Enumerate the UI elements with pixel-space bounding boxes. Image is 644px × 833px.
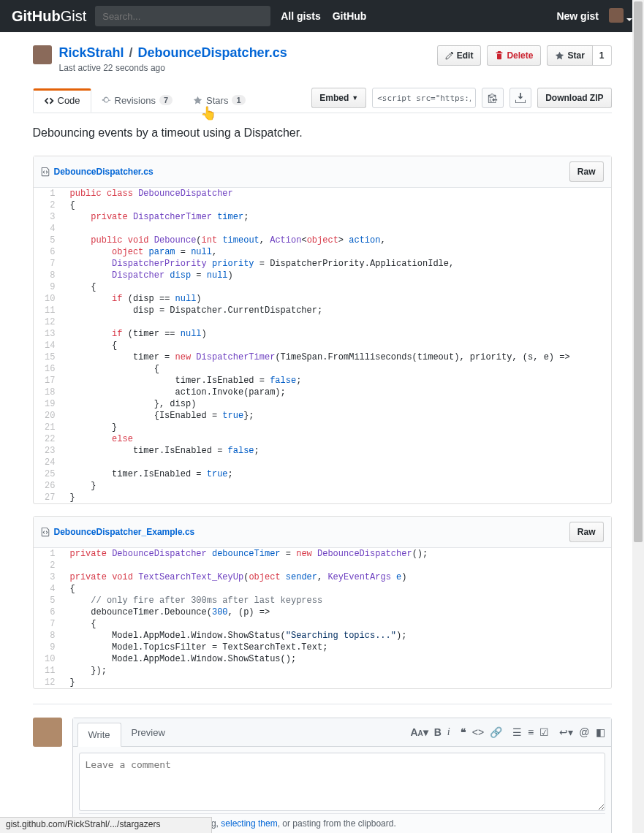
code-line: if (timer == null) bbox=[63, 328, 611, 340]
line-number[interactable]: 7 bbox=[34, 618, 63, 630]
code-line: }, disp) bbox=[63, 398, 611, 410]
line-number[interactable]: 11 bbox=[34, 665, 63, 677]
line-number[interactable]: 1 bbox=[34, 188, 63, 199]
top-header: GitHub Gist All gists GitHub New gist bbox=[0, 0, 644, 32]
line-number[interactable]: 12 bbox=[34, 677, 63, 688]
owner-link[interactable]: RickStrahl bbox=[59, 45, 124, 60]
code-line: } bbox=[63, 480, 611, 492]
raw-button[interactable]: Raw bbox=[569, 161, 604, 182]
file-name-link[interactable]: DebounceDispatcher.cs bbox=[54, 167, 154, 177]
reply-icon[interactable]: ↩▾ bbox=[559, 726, 573, 738]
star-count[interactable]: 1 bbox=[593, 45, 612, 66]
raw-button[interactable]: Raw bbox=[569, 522, 604, 542]
file-icon bbox=[41, 167, 50, 177]
line-number[interactable]: 14 bbox=[34, 340, 63, 351]
bookmark-icon[interactable]: ◧ bbox=[596, 726, 605, 738]
preview-tab[interactable]: Preview bbox=[121, 721, 175, 744]
line-number[interactable]: 11 bbox=[34, 305, 63, 316]
line-number[interactable]: 18 bbox=[34, 387, 63, 398]
line-number[interactable]: 19 bbox=[34, 398, 63, 410]
line-number[interactable]: 20 bbox=[34, 410, 63, 422]
nav-github[interactable]: GitHub bbox=[333, 10, 367, 22]
title-separator: / bbox=[129, 45, 133, 60]
tab-code[interactable]: Code bbox=[33, 88, 91, 113]
code-table: 1public class DebounceDispatcher2{3 priv… bbox=[34, 188, 611, 503]
code-line: {IsEnabled = true}; bbox=[63, 410, 611, 422]
search-input[interactable] bbox=[95, 6, 270, 26]
file-icon bbox=[41, 527, 50, 537]
owner-avatar[interactable] bbox=[33, 45, 52, 64]
ol-icon[interactable]: ≡ bbox=[528, 726, 534, 738]
line-number[interactable]: 23 bbox=[34, 445, 63, 457]
line-number[interactable]: 2 bbox=[34, 560, 63, 571]
line-number[interactable]: 21 bbox=[34, 422, 63, 433]
scrollbar-track[interactable] bbox=[632, 0, 644, 833]
line-number[interactable]: 8 bbox=[34, 270, 63, 281]
line-number[interactable]: 1 bbox=[34, 548, 63, 560]
link-icon[interactable]: 🔗 bbox=[490, 726, 502, 739]
copy-button[interactable] bbox=[482, 88, 504, 108]
code-line: { bbox=[63, 363, 611, 375]
action-buttons: Edit Delete Star 1 bbox=[437, 45, 612, 66]
line-number[interactable]: 15 bbox=[34, 351, 63, 363]
code-line bbox=[63, 223, 611, 235]
tab-stars[interactable]: Stars 1 bbox=[183, 89, 255, 112]
embed-dropdown[interactable]: Embed ▼ bbox=[311, 88, 366, 108]
line-number[interactable]: 8 bbox=[34, 630, 63, 642]
user-menu[interactable] bbox=[609, 8, 632, 25]
download-icon-button[interactable] bbox=[509, 88, 531, 108]
line-number[interactable]: 17 bbox=[34, 375, 63, 387]
code-line: else bbox=[63, 433, 611, 445]
delete-button[interactable]: Delete bbox=[487, 45, 541, 66]
line-number[interactable]: 4 bbox=[34, 223, 63, 235]
line-number[interactable]: 10 bbox=[34, 653, 63, 665]
line-number[interactable]: 16 bbox=[34, 363, 63, 375]
tab-revisions[interactable]: Revisions 7 bbox=[91, 89, 183, 112]
embed-url-input[interactable] bbox=[372, 88, 476, 108]
line-number[interactable]: 10 bbox=[34, 293, 63, 305]
line-number[interactable]: 5 bbox=[34, 595, 63, 606]
code-line: { bbox=[63, 340, 611, 351]
line-number[interactable]: 9 bbox=[34, 642, 63, 653]
bold-icon[interactable]: B bbox=[434, 726, 442, 738]
edit-button[interactable]: Edit bbox=[437, 45, 482, 66]
nav-all-gists[interactable]: All gists bbox=[281, 10, 320, 22]
code-icon[interactable]: <> bbox=[472, 726, 484, 739]
comment-textarea[interactable] bbox=[79, 753, 605, 811]
line-number[interactable]: 5 bbox=[34, 235, 63, 246]
text-size-icon[interactable]: AA▾ bbox=[410, 726, 428, 738]
line-number[interactable]: 6 bbox=[34, 606, 63, 618]
write-tab[interactable]: Write bbox=[77, 723, 121, 747]
file-name-link[interactable]: DebounceDispatcher_Example.cs bbox=[54, 527, 195, 537]
line-number[interactable]: 22 bbox=[34, 433, 63, 445]
new-gist-link[interactable]: New gist bbox=[556, 10, 599, 22]
star-button[interactable]: Star bbox=[547, 45, 592, 66]
line-number[interactable]: 3 bbox=[34, 571, 63, 583]
selecting-them-link[interactable]: selecting them bbox=[221, 818, 277, 829]
line-number[interactable]: 13 bbox=[34, 328, 63, 340]
line-number[interactable]: 2 bbox=[34, 199, 63, 211]
line-number[interactable]: 25 bbox=[34, 468, 63, 480]
logo[interactable]: GitHub Gist bbox=[12, 8, 86, 25]
line-number[interactable]: 26 bbox=[34, 480, 63, 492]
scrollbar-thumb[interactable] bbox=[634, 1, 643, 542]
line-number[interactable]: 4 bbox=[34, 583, 63, 595]
gist-name-link[interactable]: DebounceDispatcher.cs bbox=[138, 45, 287, 60]
line-number[interactable]: 6 bbox=[34, 246, 63, 258]
ul-icon[interactable]: ☰ bbox=[512, 726, 522, 738]
quote-icon[interactable]: ❝ bbox=[461, 726, 466, 739]
line-number[interactable]: 3 bbox=[34, 211, 63, 223]
line-number[interactable]: 27 bbox=[34, 492, 63, 503]
code-line bbox=[63, 560, 611, 571]
line-number[interactable]: 7 bbox=[34, 258, 63, 270]
tasklist-icon[interactable]: ☑ bbox=[539, 726, 549, 738]
line-number[interactable]: 9 bbox=[34, 281, 63, 293]
line-number[interactable]: 24 bbox=[34, 457, 63, 468]
commenter-avatar[interactable] bbox=[33, 718, 62, 747]
download-zip-button[interactable]: Download ZIP bbox=[537, 88, 611, 108]
revisions-count: 7 bbox=[159, 95, 173, 105]
italic-icon[interactable]: i bbox=[447, 726, 450, 738]
mention-icon[interactable]: @ bbox=[579, 726, 589, 738]
line-number[interactable]: 12 bbox=[34, 316, 63, 328]
clipboard-icon bbox=[488, 93, 498, 103]
